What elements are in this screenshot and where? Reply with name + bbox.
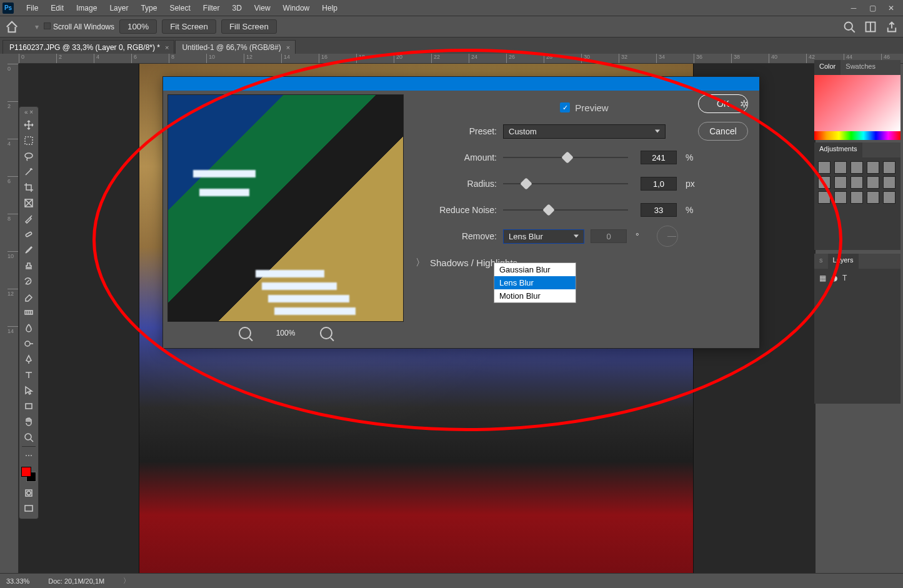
menu-layer[interactable]: Layer xyxy=(103,2,134,14)
dialog-titlebar[interactable] xyxy=(163,77,759,91)
screen-mode-tool[interactable] xyxy=(20,501,37,516)
magic-wand-tool[interactable] xyxy=(20,164,37,179)
menu-3d[interactable]: 3D xyxy=(226,2,247,14)
menu-type[interactable]: Type xyxy=(134,2,163,14)
maximize-button[interactable]: ▢ xyxy=(863,2,882,14)
color-tab[interactable]: Color xyxy=(814,60,841,75)
crop-tool[interactable] xyxy=(20,180,37,195)
eyedropper-tool[interactable] xyxy=(20,211,37,226)
preview-checkbox[interactable]: ✓ xyxy=(560,102,570,112)
hand-tool[interactable] xyxy=(20,414,37,429)
workspace-icon[interactable] xyxy=(864,21,877,33)
gradient-tool[interactable] xyxy=(20,305,37,320)
adj-icon[interactable] xyxy=(834,176,847,189)
minimize-button[interactable]: ─ xyxy=(844,2,863,14)
dialog-preview-image[interactable] xyxy=(167,94,404,322)
menu-edit[interactable]: Edit xyxy=(44,2,70,14)
preset-select[interactable]: Custom xyxy=(503,124,666,139)
marquee-tool[interactable] xyxy=(20,133,37,148)
adj-icon[interactable] xyxy=(851,176,863,189)
close-icon[interactable]: × xyxy=(286,44,290,51)
angle-dial[interactable] xyxy=(657,226,678,247)
zoom-in-icon[interactable] xyxy=(320,327,332,339)
path-select-tool[interactable] xyxy=(20,383,37,398)
menu-select[interactable]: Select xyxy=(163,2,196,14)
zoom-level-select[interactable]: 100% xyxy=(119,19,157,34)
channels-tab[interactable]: s xyxy=(814,254,828,269)
fit-screen-button[interactable]: Fit Screen xyxy=(162,19,216,34)
remove-select[interactable]: Lens Blur xyxy=(503,229,584,244)
radius-input[interactable]: 1,0 xyxy=(641,177,677,191)
adj-icon[interactable] xyxy=(818,176,831,189)
filter-adjust-icon[interactable]: ◑ xyxy=(831,274,837,282)
menu-view[interactable]: View xyxy=(248,2,277,14)
dropdown-option-motion[interactable]: Motion Blur xyxy=(494,289,576,302)
close-icon[interactable]: × xyxy=(165,44,169,51)
chevron-right-icon[interactable]: 〉 xyxy=(123,576,130,586)
adj-icon[interactable] xyxy=(867,176,879,189)
share-icon[interactable] xyxy=(886,21,898,33)
chevron-right-icon[interactable]: 〉 xyxy=(416,257,425,269)
fill-screen-button[interactable]: Fill Screen xyxy=(221,19,277,34)
ruler-horizontal[interactable]: 0246810121416182022242628303234363840424… xyxy=(19,54,903,64)
zoom-out-icon[interactable] xyxy=(239,327,251,339)
move-tool[interactable] xyxy=(20,117,37,132)
menu-help[interactable]: Help xyxy=(316,2,344,14)
reduce-noise-input[interactable]: 33 xyxy=(641,203,677,217)
menu-file[interactable]: File xyxy=(20,2,44,14)
search-icon[interactable] xyxy=(843,21,856,33)
reduce-noise-slider[interactable] xyxy=(503,209,628,211)
home-icon[interactable] xyxy=(5,20,19,34)
dropdown-option-gaussian[interactable]: Gaussian Blur xyxy=(494,263,576,276)
color-ramp[interactable] xyxy=(814,75,901,131)
adj-icon[interactable] xyxy=(818,191,831,204)
adj-icon[interactable] xyxy=(851,161,863,174)
edit-toolbar[interactable]: ⋯ xyxy=(20,448,37,463)
gear-icon[interactable]: ✲ xyxy=(740,98,748,110)
menu-filter[interactable]: Filter xyxy=(197,2,226,14)
menu-image[interactable]: Image xyxy=(70,2,103,14)
adj-icon[interactable] xyxy=(883,176,896,189)
hue-spectrum[interactable] xyxy=(814,131,901,140)
adj-icon[interactable] xyxy=(867,161,879,174)
adj-icon[interactable] xyxy=(818,161,831,174)
close-button[interactable]: ✕ xyxy=(882,2,901,14)
filter-type-icon[interactable]: T xyxy=(842,274,847,282)
brush-tool[interactable] xyxy=(20,242,37,257)
document-tab-1[interactable]: P1160237.JPG @ 33,3% (Layer 0, RGB/8*) *… xyxy=(2,40,174,54)
filter-pixel-icon[interactable]: ▦ xyxy=(819,274,826,282)
radius-slider[interactable] xyxy=(503,183,628,184)
eraser-tool[interactable] xyxy=(20,289,37,304)
status-docinfo[interactable]: Doc: 20,1M/20,1M xyxy=(48,577,104,585)
scroll-all-windows-checkbox[interactable]: Scroll All Windows xyxy=(44,22,114,31)
healing-tool[interactable] xyxy=(20,227,37,242)
adj-icon[interactable] xyxy=(883,161,896,174)
status-zoom[interactable]: 33.33% xyxy=(6,577,29,585)
adj-icon[interactable] xyxy=(867,191,879,204)
adj-icon[interactable] xyxy=(834,161,847,174)
menu-window[interactable]: Window xyxy=(277,2,316,14)
rectangle-tool[interactable] xyxy=(20,399,37,414)
ruler-vertical[interactable]: 02468101214 xyxy=(7,64,19,573)
stamp-tool[interactable] xyxy=(20,258,37,273)
cancel-button[interactable]: Cancel xyxy=(698,122,748,141)
document-tab-2[interactable]: Untitled-1 @ 66,7% (RGB/8#)× xyxy=(175,40,296,54)
adj-icon[interactable] xyxy=(883,191,896,204)
foreground-color[interactable] xyxy=(21,467,31,477)
blur-tool[interactable] xyxy=(20,321,37,336)
lasso-tool[interactable] xyxy=(20,149,37,164)
color-swatches[interactable] xyxy=(20,466,37,483)
dropdown-option-lens[interactable]: Lens Blur xyxy=(494,276,576,289)
adjustments-tab[interactable]: Adjustments xyxy=(814,142,862,157)
amount-input[interactable]: 241 xyxy=(641,151,677,164)
swatches-tab[interactable]: Swatches xyxy=(841,60,881,75)
dodge-tool[interactable] xyxy=(20,336,37,351)
pen-tool[interactable] xyxy=(20,352,37,367)
adj-icon[interactable] xyxy=(834,191,847,204)
zoom-tool[interactable] xyxy=(20,430,37,445)
amount-slider[interactable] xyxy=(503,157,628,158)
type-tool[interactable] xyxy=(20,367,37,382)
frame-tool[interactable] xyxy=(20,196,37,211)
history-brush-tool[interactable] xyxy=(20,274,37,289)
adj-icon[interactable] xyxy=(851,191,863,204)
